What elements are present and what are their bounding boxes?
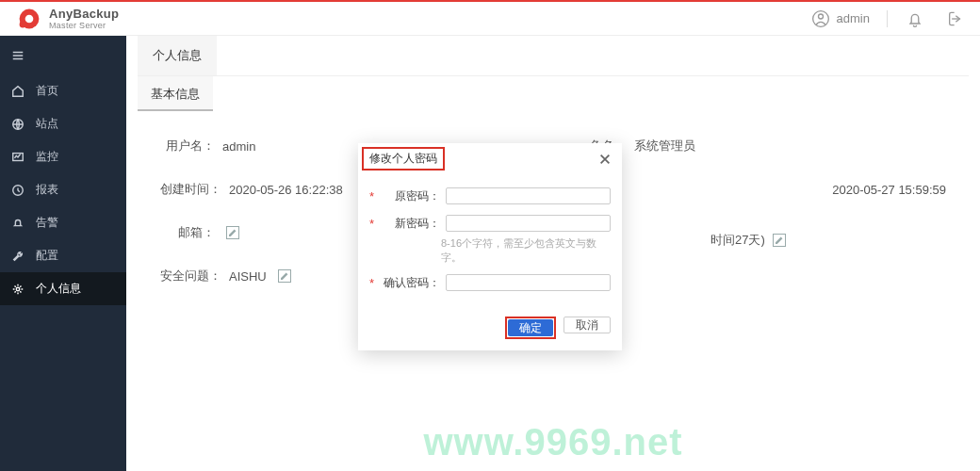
logo-icon xyxy=(17,7,41,31)
pwd-expire-text: 时间27天) xyxy=(710,232,765,249)
ok-button-highlight: 确定 xyxy=(505,317,556,339)
label-email: 邮箱： xyxy=(160,224,215,241)
sidebar-item-label: 报表 xyxy=(36,182,58,198)
old-password-field[interactable] xyxy=(446,187,611,204)
user-chip[interactable]: admin xyxy=(810,8,870,29)
wrench-icon xyxy=(11,250,24,263)
new-password-field[interactable] xyxy=(446,215,611,232)
sidebar-item-label: 告警 xyxy=(36,215,58,231)
header: AnyBackup Master Server admin xyxy=(0,2,980,36)
brand-sub: Master Server xyxy=(49,22,119,30)
required-mark: * xyxy=(369,276,374,290)
sidebar-item-label: 站点 xyxy=(36,116,58,132)
label-confirm-password: 确认密码： xyxy=(380,275,440,291)
value-create: 2020-05-26 16:22:38 xyxy=(229,183,343,197)
required-mark: * xyxy=(369,189,374,203)
watermark: www.9969.net xyxy=(423,421,682,463)
sidebar-item-config[interactable]: 配置 xyxy=(0,239,126,272)
bell-icon[interactable] xyxy=(905,8,925,29)
new-password-hint: 8-16个字符，需至少包含英文与数字。 xyxy=(441,236,611,265)
value-username: admin xyxy=(222,139,255,154)
home-icon xyxy=(11,85,24,98)
label-create: 创建时间： xyxy=(160,181,221,198)
monitor-icon xyxy=(11,151,24,164)
sidebar-item-monitor[interactable]: 监控 xyxy=(0,140,126,173)
user-icon xyxy=(810,8,831,29)
label-old-password: 原密码： xyxy=(380,188,440,204)
logo: AnyBackup Master Server xyxy=(17,7,119,31)
tab-basic-info[interactable]: 基本信息 xyxy=(138,76,213,111)
clock-icon xyxy=(11,184,24,197)
sidebar-item-label: 配置 xyxy=(36,248,58,264)
edit-icon[interactable] xyxy=(226,226,239,239)
label-new-password: 新密码： xyxy=(380,216,440,232)
pwd-expire-partial: 时间27天) xyxy=(710,232,786,249)
sidebar-item-label: 个人信息 xyxy=(36,281,81,297)
gear-icon xyxy=(11,283,24,296)
modal-title: 修改个人密码 xyxy=(362,147,445,171)
value-role: 系统管理员 xyxy=(634,138,695,154)
row-role: 角色： 系统管理员 xyxy=(572,138,946,154)
logout-icon[interactable] xyxy=(942,8,963,29)
svg-point-4 xyxy=(818,14,823,19)
globe-icon xyxy=(11,118,24,131)
svg-point-2 xyxy=(20,21,26,27)
svg-point-1 xyxy=(25,14,34,23)
bell-icon xyxy=(11,217,24,230)
sidebar-item-report[interactable]: 报表 xyxy=(0,173,126,206)
label-username: 用户名： xyxy=(160,138,215,154)
row-lastlogin: 2020-05-27 15:59:59 xyxy=(572,181,946,198)
tab-profile[interactable]: 个人信息 xyxy=(138,36,217,75)
sidebar-item-label: 监控 xyxy=(36,149,58,165)
svg-point-8 xyxy=(16,287,20,291)
sidebar-item-home[interactable]: 首页 xyxy=(0,74,126,107)
sidebar-item-site[interactable]: 站点 xyxy=(0,107,126,140)
sidebar-item-profile[interactable]: 个人信息 xyxy=(0,272,126,305)
sidebar-item-label: 首页 xyxy=(36,83,58,99)
value-question: AISHU xyxy=(229,269,267,284)
confirm-password-field[interactable] xyxy=(446,274,611,291)
edit-icon[interactable] xyxy=(773,234,786,247)
divider xyxy=(887,10,888,27)
required-mark: * xyxy=(369,217,374,231)
cancel-button[interactable]: 取消 xyxy=(564,317,611,333)
brand-main: AnyBackup xyxy=(49,8,119,20)
sidebar: 首页 站点 监控 报表 告警 配置 个人信息 xyxy=(0,36,126,471)
hamburger-icon[interactable] xyxy=(0,43,126,71)
edit-icon[interactable] xyxy=(278,269,291,283)
ok-button[interactable]: 确定 xyxy=(508,319,553,336)
value-lastlogin: 2020-05-27 15:59:59 xyxy=(832,183,946,197)
username: admin xyxy=(837,11,870,25)
sidebar-item-alert[interactable]: 告警 xyxy=(0,206,126,239)
label-question: 安全问题： xyxy=(160,268,221,284)
modal-change-password: 修改个人密码 * 原密码： * 新密码： 8-16个字符，需至少包含英文与数字。… xyxy=(358,143,622,350)
close-icon[interactable] xyxy=(596,150,614,169)
